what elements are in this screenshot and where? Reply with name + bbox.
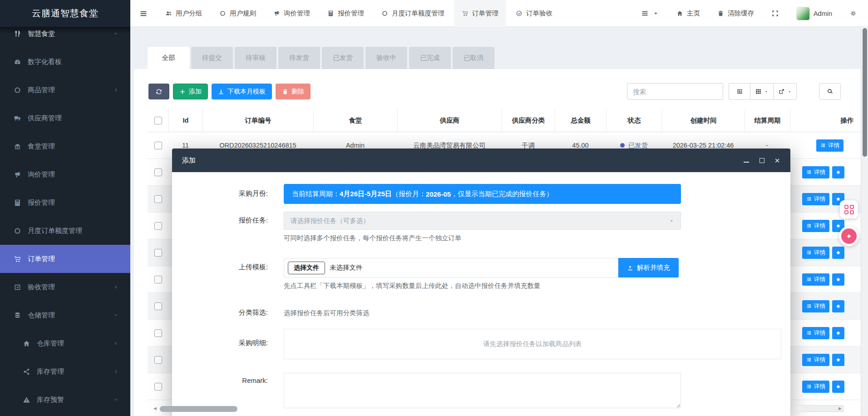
download-template-button[interactable]: 下载本月模板 (212, 84, 272, 99)
sidebar-item-6-calc[interactable]: 报价管理 (0, 188, 130, 217)
detail-button[interactable]: 详情 (816, 139, 843, 152)
row-checkbox[interactable] (154, 142, 162, 149)
column-header[interactable]: 供应商分类 (502, 109, 555, 132)
scroll-right-arrow[interactable]: ► (838, 406, 843, 411)
vertical-scrollbar[interactable] (861, 27, 868, 416)
nav-item-0-users[interactable]: 用户分组 (158, 0, 210, 27)
refresh-button[interactable] (148, 84, 169, 99)
user-menu[interactable]: Admin (789, 0, 840, 27)
column-header[interactable]: Id (168, 109, 202, 132)
tab-2[interactable]: 待审核 (235, 47, 276, 69)
tab-7[interactable]: 已取消 (453, 47, 494, 69)
star-action-button[interactable] (832, 273, 844, 286)
horizontal-scrollbar-thumb[interactable] (160, 406, 237, 412)
tab-6[interactable]: 已完成 (409, 47, 451, 69)
nav-menu-dropdown[interactable] (633, 0, 667, 27)
sidebar-item-11-home[interactable]: 仓库管理 (0, 329, 130, 357)
sidebar-item-12-nodes[interactable]: 库存管理 (0, 357, 130, 386)
detail-button[interactable]: 详情 (802, 247, 829, 259)
star-action-button[interactable] (832, 300, 844, 312)
floating-mini-panel-button[interactable] (840, 200, 858, 218)
sidebar-item-3-truck[interactable]: 供应商管理 (0, 104, 130, 132)
quote-task-select[interactable]: 请选择报价任务（可多选） (284, 212, 681, 230)
choose-file-button[interactable]: 选择文件 (288, 262, 325, 274)
column-header[interactable]: 状态 (606, 109, 662, 132)
brand-logo[interactable]: 云膳通智慧食堂 (0, 0, 130, 27)
row-checkbox[interactable] (154, 249, 162, 257)
detail-button[interactable]: 详情 (802, 166, 829, 178)
sidebar-item-4-bank[interactable]: 食堂管理 (0, 132, 130, 160)
detail-button[interactable]: 详情 (802, 193, 829, 205)
detail-button[interactable]: 详情 (802, 300, 829, 312)
file-input[interactable]: 选择文件 未选择文件 (284, 258, 618, 277)
vertical-scrollbar-thumb[interactable] (863, 28, 867, 157)
tab-3[interactable]: 待发货 (278, 47, 320, 69)
row-checkbox[interactable] (154, 222, 162, 230)
column-header[interactable]: 供应商 (397, 109, 502, 132)
delete-button[interactable]: 删除 (276, 84, 311, 99)
nav-item-1-circle[interactable]: 用户规则 (212, 0, 264, 27)
tab-1[interactable]: 待提交 (191, 47, 233, 69)
nav-item-clear-cache[interactable]: 清除缓存 (710, 0, 762, 27)
row-checkbox[interactable] (154, 356, 162, 364)
maximize-button[interactable] (759, 157, 765, 163)
tab-0[interactable]: 全部 (148, 47, 189, 69)
sidebar-item-13-warn[interactable]: 库存预警 (0, 386, 130, 414)
scroll-left-arrow[interactable]: ◄ (153, 406, 158, 411)
detail-button[interactable]: 详情 (802, 220, 829, 232)
star-action-button[interactable] (832, 247, 844, 259)
star-action-button[interactable] (832, 354, 844, 366)
tab-4[interactable]: 已发货 (322, 47, 364, 69)
detail-button[interactable]: 详情 (802, 354, 829, 366)
column-header[interactable]: 食堂 (313, 109, 397, 132)
add-button[interactable]: 添加 (173, 84, 208, 99)
sidebar-toggle-button[interactable] (130, 0, 157, 27)
column-header[interactable]: 创建时间 (662, 109, 745, 132)
star-action-button[interactable] (832, 166, 844, 178)
row-checkbox[interactable] (154, 329, 162, 337)
star-action-button[interactable] (832, 327, 844, 339)
row-checkbox[interactable] (154, 383, 162, 391)
nav-item-5-cart[interactable]: 订单管理 (454, 0, 506, 27)
remark-textarea[interactable] (284, 373, 681, 408)
nav-item-2-bullhorn[interactable]: 询价管理 (266, 0, 318, 27)
row-checkbox[interactable] (154, 195, 162, 203)
nav-item-home[interactable]: 主页 (669, 0, 708, 27)
nav-item-6-check-circle[interactable]: 订单验收 (508, 0, 560, 27)
star-action-button[interactable] (832, 381, 844, 393)
row-checkbox[interactable] (154, 168, 162, 176)
common-search-toggle-button[interactable] (729, 83, 750, 100)
column-header[interactable]: 订单编号 (202, 109, 313, 132)
detail-button[interactable]: 详情 (802, 327, 829, 339)
sidebar-item-0-cutlery[interactable]: 智慧食堂 (0, 27, 130, 48)
sidebar-item-8-cart[interactable]: 订单管理 (0, 245, 130, 273)
parse-fill-button[interactable]: 解析并填充 (618, 258, 679, 277)
export-dropdown-button[interactable] (774, 83, 797, 100)
columns-dropdown-button[interactable] (750, 83, 774, 100)
search-button[interactable] (819, 83, 841, 100)
sidebar-item-2-circle[interactable]: 商品管理 (0, 76, 130, 104)
sidebar-item-1-gauge[interactable]: 数字化看板 (0, 48, 130, 76)
detail-button[interactable]: 详情 (802, 381, 829, 393)
tab-5[interactable]: 验收中 (365, 47, 407, 69)
nav-item-4-circle[interactable]: 月度订单额度管理 (374, 0, 452, 27)
fullscreen-button[interactable] (764, 0, 787, 27)
settings-button[interactable] (842, 0, 867, 27)
dialog-titlebar[interactable]: 添加 ✕ (172, 149, 790, 172)
column-header[interactable]: 总金额 (555, 109, 606, 132)
nav-item-3-calc[interactable]: 报价管理 (320, 0, 372, 27)
search-input[interactable] (627, 83, 723, 100)
column-header[interactable]: 结算周期 (745, 109, 790, 132)
column-header[interactable]: 操作 (790, 109, 861, 132)
floating-badge-button[interactable]: ✦ (839, 226, 859, 246)
sidebar-item-10-db[interactable]: 仓储管理 (0, 301, 130, 329)
select-all-checkbox[interactable] (154, 117, 162, 124)
sidebar-item-7-circle[interactable]: 月度订单额度管理 (0, 217, 130, 245)
detail-button[interactable]: 详情 (802, 273, 829, 286)
sidebar-item-9-clipcheck[interactable]: 验收管理 (0, 273, 130, 301)
close-button[interactable]: ✕ (774, 157, 780, 163)
row-checkbox[interactable] (154, 302, 162, 310)
horizontal-scrollbar-track[interactable] (797, 405, 843, 412)
row-checkbox[interactable] (154, 276, 162, 283)
sidebar-item-5-bullhorn[interactable]: 询价管理 (0, 160, 130, 188)
